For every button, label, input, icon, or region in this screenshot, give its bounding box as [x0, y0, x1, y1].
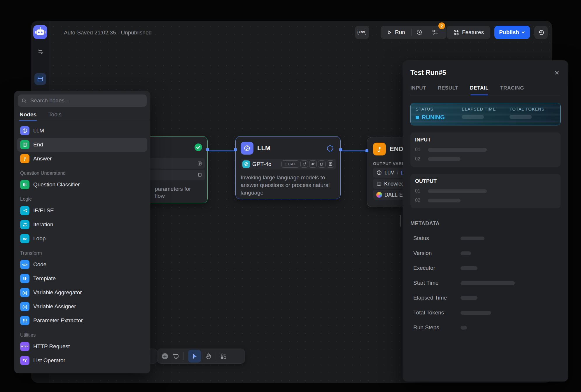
status-value: RUNING — [416, 114, 445, 121]
node-item-template[interactable]: Template — [17, 272, 147, 286]
window-icon — [37, 76, 43, 82]
add-note-button[interactable] — [173, 353, 179, 360]
panel-toggle-button[interactable] — [34, 73, 46, 85]
hand-mode-button[interactable] — [205, 353, 212, 360]
node-selector-panel: Nodes Tools LLM End Answer — [14, 91, 150, 373]
status-card: STATUS RUNING ELAPSED TIME TOTAL TOKENS — [410, 103, 561, 125]
run-history-button[interactable] — [412, 29, 427, 36]
answer-flag-icon — [20, 154, 29, 163]
metadata-title: METADATA — [410, 220, 561, 227]
section-utilities: Utilities — [17, 328, 147, 340]
node-item-parameter-extractor[interactable]: Parameter Extractor — [17, 314, 147, 328]
input-row: 01 — [415, 147, 556, 152]
section-logic: Logic — [17, 192, 147, 204]
app-logo[interactable] — [33, 25, 47, 39]
metadata-row-executor: Executor — [410, 265, 561, 271]
test-run-panel: Test Run#5 ✕ INPUT RESULT DETAIL TRACING… — [403, 60, 568, 382]
llm-node[interactable]: LLM GPT-4o CHAT — [235, 136, 341, 199]
test-run-title: Test Run#5 — [410, 69, 446, 77]
metadata-row-start-time: Start Time — [410, 280, 561, 286]
end-book-icon — [20, 140, 29, 149]
success-check-icon — [194, 143, 203, 152]
skeleton-bar — [461, 296, 477, 300]
node-item-iteration[interactable]: Iteration — [17, 218, 147, 232]
skeleton-bar — [428, 157, 461, 161]
tab-input[interactable]: INPUT — [410, 85, 426, 95]
publish-button[interactable]: Publish — [494, 26, 530, 39]
llm-input-port[interactable] — [234, 148, 237, 151]
node-item-loop[interactable]: ∞ Loop — [17, 232, 147, 246]
variable-assigner-icon: {=} — [20, 302, 29, 311]
plus-circle-icon — [161, 353, 169, 360]
version-history-button[interactable] — [534, 26, 548, 39]
node-item-if-else[interactable]: IF/ELSE — [17, 204, 147, 218]
node-search[interactable] — [18, 94, 147, 107]
run-button[interactable]: Run — [381, 29, 411, 36]
add-node-button[interactable] — [161, 353, 169, 360]
robot-icon — [33, 25, 47, 39]
loading-spinner-icon — [326, 145, 334, 152]
topbar-divider — [373, 29, 373, 36]
documents-icon — [197, 173, 202, 178]
model-selector[interactable]: GPT-4o CHAT — [241, 159, 336, 169]
skeleton-bar — [461, 237, 484, 240]
end-input-port[interactable] — [365, 149, 368, 152]
dalle-icon — [376, 192, 382, 198]
node-item-variable-assigner[interactable]: {=} Variable Assigner — [17, 300, 147, 314]
metadata-row-status: Status — [410, 235, 561, 242]
end-flag-icon — [373, 143, 386, 155]
close-icon[interactable]: ✕ — [553, 69, 561, 77]
variable-aggregator-icon: {x} — [20, 288, 29, 297]
metadata-row-version: Version — [410, 250, 561, 256]
list-filter-icon — [20, 356, 29, 365]
start-output-port[interactable] — [206, 148, 209, 151]
pointer-mode-button[interactable] — [188, 350, 201, 363]
node-item-variable-aggregator[interactable]: {x} Variable Aggregator — [17, 286, 147, 300]
output-row: 01 — [415, 188, 556, 194]
workflow-settings-button[interactable] — [35, 46, 46, 57]
organize-nodes-button[interactable] — [220, 353, 227, 360]
features-button[interactable]: Features — [447, 26, 490, 39]
node-list: LLM End Answer Question Understand Que — [14, 121, 150, 368]
end-node-title: END — [390, 145, 403, 153]
model-name: GPT-4o — [252, 161, 271, 167]
elapsed-time-skeleton — [462, 115, 484, 119]
tab-result[interactable]: RESULT — [438, 85, 458, 95]
node-item-question-classifier[interactable]: Question Classifier — [17, 178, 147, 192]
test-run-tabs: INPUT RESULT DETAIL TRACING — [410, 85, 561, 95]
play-icon — [387, 30, 392, 35]
env-button[interactable]: ENV — [355, 26, 369, 39]
node-item-list-operator[interactable]: List Operator — [17, 354, 147, 368]
toolbar-divider — [183, 352, 184, 360]
edge-start-to-llm — [209, 150, 236, 151]
tab-tools[interactable]: Tools — [48, 111, 61, 121]
node-item-end[interactable]: End — [17, 138, 147, 152]
checklist-count-badge: 2 — [438, 22, 445, 29]
canvas-scroll-indicator[interactable] — [400, 215, 401, 227]
output-row: 02 — [415, 198, 556, 203]
skeleton-bar — [428, 148, 487, 152]
node-item-http-request[interactable]: HTTP HTTP Request — [17, 340, 147, 354]
input-card: INPUT 01 02 — [410, 132, 561, 167]
input-row: 02 — [415, 156, 556, 162]
toolbar-divider — [216, 352, 216, 360]
llm-brain-icon — [20, 126, 29, 135]
search-icon — [22, 98, 27, 104]
tab-detail[interactable]: DETAIL — [470, 85, 489, 95]
document-capability-icon — [327, 160, 334, 168]
audio-capability-icon — [309, 160, 317, 168]
node-item-answer[interactable]: Answer — [17, 152, 147, 166]
llm-output-port[interactable] — [339, 148, 342, 151]
node-item-code[interactable]: </> Code — [17, 258, 147, 272]
tab-nodes[interactable]: Nodes — [20, 111, 36, 121]
document-icon — [197, 161, 202, 166]
llm-node-title: LLM — [257, 144, 270, 152]
running-dot-icon — [416, 116, 419, 119]
checklist-button[interactable] — [427, 29, 443, 36]
metadata-row-elapsed-time: Elapsed Time — [410, 295, 561, 301]
skeleton-bar — [428, 199, 461, 202]
tab-tracing[interactable]: TRACING — [500, 85, 524, 95]
search-input[interactable] — [30, 97, 143, 104]
node-item-llm[interactable]: LLM — [17, 124, 147, 138]
cursor-icon — [191, 353, 198, 359]
